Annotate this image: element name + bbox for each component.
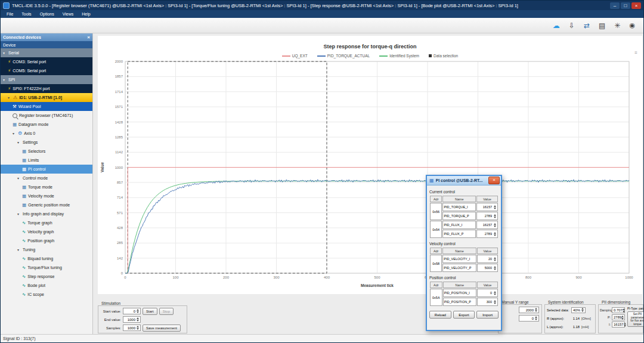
param-value-pid-flux-i[interactable]: 16157: [476, 221, 498, 229]
spinner-arrows[interactable]: [493, 257, 497, 261]
tree-item-selectors[interactable]: ▦Selectors: [1, 147, 92, 156]
menu-views[interactable]: Views: [59, 11, 78, 17]
legend-item-identified-system[interactable]: Identified System: [379, 54, 419, 58]
selected-data-spinner[interactable]: 40%: [571, 307, 586, 313]
param-value-pid-velocity-p[interactable]: 5000: [477, 264, 498, 272]
spinner-arrows[interactable]: [621, 316, 624, 320]
chart-svg[interactable]: 0142285428571714857100011421285142815711…: [98, 59, 642, 291]
spinner-arrows[interactable]: [534, 308, 538, 312]
close-button[interactable]: ×: [631, 2, 641, 9]
param-value-pid-torque-p[interactable]: 2789: [476, 212, 498, 220]
samples-spinner[interactable]: 1000: [123, 325, 141, 331]
tree-item-id1-usb-2-rtmi-1-0[interactable]: ▾⚠ID1: USB-2-RTMI [1.0]: [1, 93, 92, 102]
chevron-down-icon[interactable]: ▾: [17, 176, 21, 180]
tree-item-wizard-pool[interactable]: ⚒Wizard Pool: [1, 102, 92, 111]
menu-options[interactable]: Options: [36, 11, 58, 17]
spinner-arrows[interactable]: [493, 300, 497, 304]
chart-options-icon[interactable]: ≡: [634, 50, 637, 55]
param-value-pid-position-p[interactable]: 300: [477, 298, 498, 306]
spinner-arrows[interactable]: [624, 323, 626, 327]
p-spinner[interactable]: 2789: [612, 314, 625, 320]
start-button[interactable]: Start: [143, 308, 157, 315]
import-button[interactable]: Import: [476, 311, 499, 319]
tree-item-velocity-graph[interactable]: ∿Velocity graph: [1, 227, 92, 236]
tree-item-pi-control[interactable]: ▦PI control: [1, 165, 92, 174]
spinner-arrows[interactable]: [580, 308, 584, 312]
download-icon[interactable]: ⇩: [569, 22, 575, 29]
tree-item-spi0-ft4222h-port[interactable]: ⚡SPI0: FT4222H port: [1, 84, 92, 93]
tree-item-generic-position-mode[interactable]: ▦Generic position mode: [1, 200, 92, 209]
damping-spinner[interactable]: 0.707: [612, 307, 625, 313]
tree-item-com5-serial-port[interactable]: ⚡COM5: Serial port: [1, 66, 92, 75]
tree-item-axis-0[interactable]: ▾⚙Axis 0: [1, 129, 92, 138]
end-value-spinner[interactable]: 1000: [123, 316, 141, 323]
spinner-arrows[interactable]: [135, 317, 140, 322]
set-pii-parameter-button[interactable]: Set PII parameter for flux and torque: [627, 311, 644, 327]
save-measurement-button[interactable]: Save measurement: [143, 325, 181, 332]
tree-item-step-response[interactable]: ∿Step response: [1, 272, 92, 281]
chevron-down-icon[interactable]: ▾: [8, 95, 11, 100]
tree-item-spi[interactable]: ▾SPI: [1, 75, 92, 84]
maximize-button[interactable]: □: [621, 2, 630, 9]
start-value-spinner[interactable]: 0: [123, 308, 141, 314]
menu-file[interactable]: File: [3, 11, 17, 17]
tree-item-limits[interactable]: ▦Limits: [1, 156, 92, 165]
spinner-arrows[interactable]: [623, 308, 625, 313]
legend-item-pid-torque-actual[interactable]: PID_TORQUE_ACTUAL: [317, 54, 370, 58]
tree-item-settings[interactable]: ▾Settings: [1, 138, 92, 147]
spinner-arrows[interactable]: [135, 326, 140, 330]
tree-item-register-browser-tmc4671[interactable]: Register browser (TMC4671): [1, 111, 92, 120]
y-min-spinner[interactable]: 0: [519, 315, 539, 322]
chevron-down-icon[interactable]: ▾: [17, 248, 21, 252]
tree-item-serial[interactable]: ▾Serial: [1, 48, 92, 57]
chevron-down-icon[interactable]: ▾: [17, 212, 21, 216]
tree-item-biquad-tuning[interactable]: ∿Biquad tuning: [1, 254, 92, 263]
spinner-arrows[interactable]: [493, 223, 497, 227]
tree-item-torque-flux-tuning[interactable]: ∿Torque/Flux tuning: [1, 263, 92, 272]
chevron-down-icon[interactable]: ▾: [3, 51, 7, 55]
cloud-icon[interactable]: ☁: [553, 22, 560, 29]
dialog-close-button[interactable]: ×: [488, 177, 500, 184]
tree-item-tuning[interactable]: ▾Tuning: [1, 245, 92, 254]
tree-item-bode-plot[interactable]: ∿Bode plot: [1, 281, 92, 290]
chevron-down-icon[interactable]: ▾: [17, 140, 21, 144]
param-value-pid-flux-p[interactable]: 2789: [476, 230, 498, 238]
spinner-arrows[interactable]: [493, 291, 497, 295]
export-button[interactable]: Export: [453, 311, 475, 319]
transfer-icon[interactable]: ⇄: [584, 22, 590, 29]
tree-item-position-graph[interactable]: ∿Position graph: [1, 236, 92, 245]
reload-button[interactable]: Reload: [429, 311, 451, 319]
tree-item-torque-graph[interactable]: ∿Torque graph: [1, 218, 92, 227]
spinner-arrows[interactable]: [493, 232, 497, 236]
menu-tools[interactable]: Tools: [18, 11, 35, 17]
i-spinner[interactable]: 16157: [612, 322, 625, 327]
spinner-arrows[interactable]: [534, 316, 538, 320]
spinner-arrows[interactable]: [493, 205, 497, 209]
param-value-pid-torque-i[interactable]: 16157: [476, 203, 498, 211]
menu-help[interactable]: Help: [78, 11, 94, 17]
tree-item-info-graph-and-display[interactable]: ▾Info graph and display: [1, 209, 92, 218]
legend-item-uq-ext[interactable]: UQ_EXT: [282, 54, 308, 58]
tree-item-ic-scope[interactable]: ∿IC scope: [1, 290, 92, 299]
spinner-arrows[interactable]: [493, 266, 497, 270]
param-value-pid-position-i[interactable]: 0: [477, 289, 498, 297]
chevron-down-icon[interactable]: ▾: [3, 78, 7, 82]
legend-item-data-selection[interactable]: Data selection: [429, 54, 458, 58]
spinner-arrows[interactable]: [493, 214, 497, 218]
dialog-titlebar[interactable]: ▦ PI control @USB-2-RT... ×: [427, 176, 501, 186]
tree-item-velocity-mode[interactable]: ▦Velocity mode: [1, 191, 92, 200]
sidebar-close-icon[interactable]: ×: [87, 35, 90, 40]
tree-item-datagram-mode[interactable]: ▦Datagram mode: [1, 120, 92, 129]
y-max-spinner[interactable]: 2000: [519, 307, 539, 313]
param-value-pid-velocity-i[interactable]: 20: [477, 255, 498, 263]
tree-item-com3-serial-port[interactable]: ⚡COM3: Serial port: [1, 57, 92, 66]
document-icon[interactable]: ▤: [599, 22, 605, 29]
spinner-arrows[interactable]: [135, 309, 140, 313]
tree-item-torque-mode[interactable]: ▦Torque mode: [1, 183, 92, 191]
eye-icon[interactable]: ◉: [629, 22, 635, 29]
tree-item-control-mode[interactable]: ▾Control mode: [1, 174, 92, 183]
stop-button[interactable]: Stop: [159, 308, 174, 315]
wand-icon[interactable]: ✳: [614, 22, 620, 29]
chevron-down-icon[interactable]: ▾: [13, 131, 16, 135]
minimize-button[interactable]: –: [610, 2, 620, 9]
